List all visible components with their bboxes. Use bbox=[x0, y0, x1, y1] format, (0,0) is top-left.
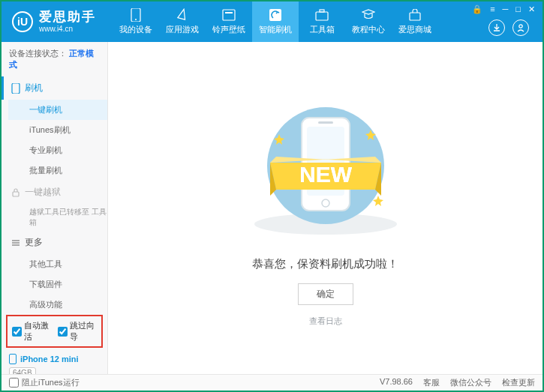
view-log-link[interactable]: 查看日志 bbox=[309, 316, 342, 327]
jailbreak-note: 越狱工具已转移至 工具箱 bbox=[8, 204, 107, 231]
svg-rect-10 bbox=[12, 83, 20, 94]
svg-rect-15 bbox=[10, 355, 17, 364]
svg-text:NEW: NEW bbox=[299, 162, 353, 187]
sidebar: 设备连接状态： 正常模式 刷机 一键刷机 iTunes刷机 专业刷机 批量刷机 … bbox=[2, 42, 108, 374]
svg-rect-20 bbox=[318, 121, 333, 124]
sidebar-item-batch-flash[interactable]: 批量刷机 bbox=[8, 160, 107, 181]
link-wechat[interactable]: 微信公众号 bbox=[450, 377, 491, 388]
maximize-button[interactable]: □ bbox=[515, 4, 521, 14]
main-content: NEW NEW 恭喜您，保资料刷机成功啦！ 确定 查看日志 bbox=[108, 42, 542, 374]
app-subtitle: www.i4.cn bbox=[39, 25, 96, 34]
brand: iU 爱思助手 www.i4.cn bbox=[2, 10, 107, 34]
svg-marker-7 bbox=[362, 10, 374, 14]
sidebar-item-download-firmware[interactable]: 下载固件 bbox=[8, 274, 107, 295]
app-title: 爱思助手 bbox=[39, 10, 96, 25]
nav-ringtones[interactable]: 铃声壁纸 bbox=[206, 1, 252, 42]
download-button[interactable] bbox=[488, 19, 505, 36]
app-window: iU 爱思助手 www.i4.cn 我的设备 应用游戏 铃声壁纸 智能刷机 工具… bbox=[0, 0, 544, 392]
sidebar-item-advanced[interactable]: 高级功能 bbox=[8, 295, 107, 315]
menu-icon[interactable]: ≡ bbox=[490, 4, 494, 14]
store-icon bbox=[408, 8, 422, 22]
phone-icon bbox=[11, 83, 20, 94]
toolbox-icon bbox=[315, 8, 329, 22]
logo-icon: iU bbox=[12, 11, 33, 32]
phone-icon bbox=[9, 354, 17, 364]
nav-flash[interactable]: 智能刷机 bbox=[252, 1, 299, 42]
topbar: iU 爱思助手 www.i4.cn 我的设备 应用游戏 铃声壁纸 智能刷机 工具… bbox=[2, 1, 542, 42]
checkbox-auto-activate[interactable]: 自动激活 bbox=[12, 320, 52, 343]
connection-status: 设备连接状态： 正常模式 bbox=[2, 42, 107, 76]
svg-point-1 bbox=[135, 19, 137, 20]
checkbox-block-itunes[interactable]: 阻止iTunes运行 bbox=[9, 377, 80, 388]
device-icon bbox=[129, 8, 143, 22]
body: 设备连接状态： 正常模式 刷机 一键刷机 iTunes刷机 专业刷机 批量刷机 … bbox=[2, 42, 542, 374]
link-support[interactable]: 客服 bbox=[423, 377, 440, 388]
sidebar-head-jailbreak[interactable]: 一键越狱 bbox=[4, 181, 107, 204]
svg-rect-5 bbox=[316, 12, 328, 20]
lock-icon bbox=[11, 188, 20, 197]
statusbar: 阻止iTunes运行 V7.98.66 客服 微信公众号 检查更新 bbox=[2, 374, 542, 391]
sidebar-item-pro-flash[interactable]: 专业刷机 bbox=[8, 140, 107, 160]
sidebar-item-one-key-flash[interactable]: 一键刷机 bbox=[8, 100, 107, 120]
nav-my-device[interactable]: 我的设备 bbox=[113, 1, 159, 42]
svg-rect-11 bbox=[13, 192, 19, 196]
lock-icon[interactable]: 🔒 bbox=[472, 4, 482, 14]
window-controls: 🔒 ≡ ─ □ ✕ bbox=[472, 4, 535, 14]
nav-tutorials[interactable]: 教程中心 bbox=[345, 1, 392, 42]
device-panel: iPhone 12 mini 64GB Down-12mini-13,1 bbox=[2, 354, 107, 374]
ok-button[interactable]: 确定 bbox=[298, 283, 353, 305]
checkbox-row: 自动激活 跳过向导 bbox=[6, 315, 103, 348]
sidebar-item-other-tools[interactable]: 其他工具 bbox=[8, 254, 107, 274]
tutorials-icon bbox=[362, 8, 375, 22]
more-icon bbox=[11, 238, 20, 247]
sidebar-head-flash[interactable]: 刷机 bbox=[2, 76, 107, 100]
checkbox-skip-guide[interactable]: 跳过向导 bbox=[58, 320, 98, 343]
nav-store[interactable]: 爱思商城 bbox=[392, 1, 438, 42]
storage-badge: 64GB bbox=[9, 367, 36, 374]
success-message: 恭喜您，保资料刷机成功啦！ bbox=[252, 257, 398, 271]
success-illustration: NEW NEW bbox=[243, 97, 408, 239]
sidebar-head-more[interactable]: 更多 bbox=[4, 231, 107, 254]
svg-rect-2 bbox=[223, 10, 235, 20]
sidebar-item-itunes-flash[interactable]: iTunes刷机 bbox=[8, 120, 107, 140]
svg-point-9 bbox=[519, 25, 522, 28]
apps-icon bbox=[176, 8, 189, 22]
device-name[interactable]: iPhone 12 mini bbox=[9, 354, 101, 364]
svg-rect-3 bbox=[225, 12, 233, 13]
close-button[interactable]: ✕ bbox=[528, 4, 535, 14]
user-button[interactable] bbox=[512, 19, 529, 36]
wallpaper-icon bbox=[222, 8, 236, 22]
minimize-button[interactable]: ─ bbox=[503, 4, 509, 14]
version-label: V7.98.66 bbox=[380, 377, 413, 388]
link-check-update[interactable]: 检查更新 bbox=[502, 377, 535, 388]
nav-toolbox[interactable]: 工具箱 bbox=[299, 1, 345, 42]
svg-rect-8 bbox=[410, 13, 420, 20]
svg-rect-6 bbox=[320, 10, 324, 12]
nav-apps-games[interactable]: 应用游戏 bbox=[159, 1, 206, 42]
nav: 我的设备 应用游戏 铃声壁纸 智能刷机 工具箱 教程中心 爱思商城 bbox=[113, 1, 438, 42]
flash-icon bbox=[269, 8, 282, 22]
